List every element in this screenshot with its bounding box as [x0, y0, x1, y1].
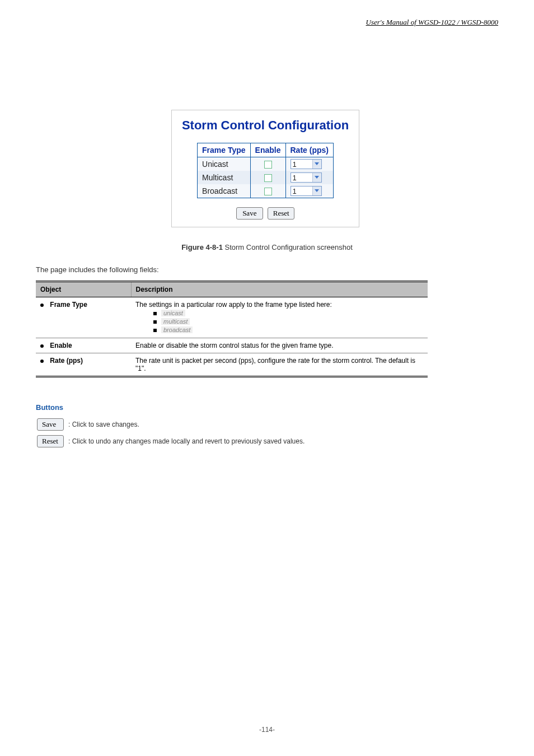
table-row: Unicast 1: [198, 157, 334, 171]
list-item: broadcast: [161, 326, 193, 333]
bullet-icon: [40, 344, 44, 348]
bullet-icon: [40, 360, 44, 363]
buttons-section: Buttons Save : Click to save changes. Re…: [36, 403, 461, 452]
col-object: Object: [36, 282, 131, 297]
reset-button[interactable]: Reset: [37, 435, 64, 447]
rate-value: 1: [293, 174, 297, 182]
list-item: unicast: [161, 310, 185, 316]
chevron-down-icon[interactable]: [312, 186, 321, 195]
rate-value: 1: [293, 187, 297, 195]
frame-type-cell: Broadcast: [198, 184, 251, 198]
desc-row-enable: Enable Enable or disable the storm contr…: [36, 338, 428, 353]
object-label: Rate (pps): [50, 357, 83, 365]
chevron-down-icon[interactable]: [312, 173, 321, 182]
page-header-label: User's Manual of WGSD-1022 / WGSD-8000: [366, 17, 498, 27]
buttons-heading: Buttons: [36, 403, 461, 412]
page-number: -114-: [0, 726, 534, 734]
square-bullet-icon: [153, 312, 157, 315]
col-frame-type: Frame Type: [198, 143, 251, 157]
col-rate: Rate (pps): [285, 143, 333, 157]
col-description: Description: [131, 282, 428, 297]
object-label: Enable: [50, 342, 72, 349]
reset-desc: : Click to undo any changes made locally…: [68, 437, 305, 445]
frame-type-cell: Unicast: [198, 157, 251, 171]
rate-value: 1: [293, 160, 297, 169]
enable-checkbox[interactable]: [264, 174, 272, 182]
panel-title: Storm Control Configuration: [172, 110, 359, 143]
rate-select[interactable]: 1: [291, 159, 322, 169]
svg-marker-2: [315, 189, 319, 192]
save-button[interactable]: Save: [37, 418, 64, 431]
list-item: multicast: [161, 318, 190, 325]
square-bullet-icon: [153, 320, 157, 324]
panel-button-row: Save Reset: [172, 207, 359, 220]
col-enable: Enable: [250, 143, 285, 157]
save-desc: : Click to save changes.: [68, 421, 139, 428]
fields-description-table: Object Description Frame Type The settin…: [36, 281, 428, 377]
fields-intro: The page includes the following fields:: [36, 265, 159, 274]
manual-title: User's Manual of WGSD-1022 / WGSD-8000: [366, 18, 498, 26]
svg-marker-0: [315, 162, 319, 165]
table-row: Multicast 1: [198, 171, 334, 184]
frame-type-list: unicast multicast broadcast: [153, 309, 423, 334]
square-bullet-icon: [153, 329, 157, 332]
storm-control-table: Frame Type Enable Rate (pps) Unicast 1 M…: [197, 143, 334, 198]
desc-text: Enable or disable the storm control stat…: [131, 338, 428, 353]
reset-button[interactable]: Reset: [268, 207, 294, 220]
desc-text: The settings in a particular row apply t…: [135, 301, 332, 309]
enable-checkbox[interactable]: [264, 188, 272, 195]
frame-type-cell: Multicast: [198, 171, 251, 184]
desc-row-frame-type: Frame Type The settings in a particular …: [36, 297, 428, 338]
rate-select[interactable]: 1: [291, 172, 322, 183]
figure-text: Storm Control Configuration screenshot: [224, 243, 352, 251]
svg-marker-1: [315, 176, 319, 179]
desc-row-rate: Rate (pps) The rate unit is packet per s…: [36, 353, 428, 377]
desc-text: The rate unit is packet per second (pps)…: [131, 353, 428, 377]
storm-control-config-panel: Storm Control Configuration Frame Type E…: [171, 110, 359, 227]
object-label: Frame Type: [50, 301, 87, 309]
figure-number: Figure 4-8-1: [181, 243, 223, 251]
chevron-down-icon[interactable]: [312, 160, 321, 169]
enable-checkbox[interactable]: [264, 161, 272, 169]
figure-caption: Figure 4-8-1 Storm Control Configuration…: [0, 243, 534, 251]
bullet-icon: [40, 304, 44, 307]
table-row: Broadcast 1: [198, 184, 334, 198]
rate-select[interactable]: 1: [291, 186, 322, 196]
save-button[interactable]: Save: [236, 207, 263, 220]
